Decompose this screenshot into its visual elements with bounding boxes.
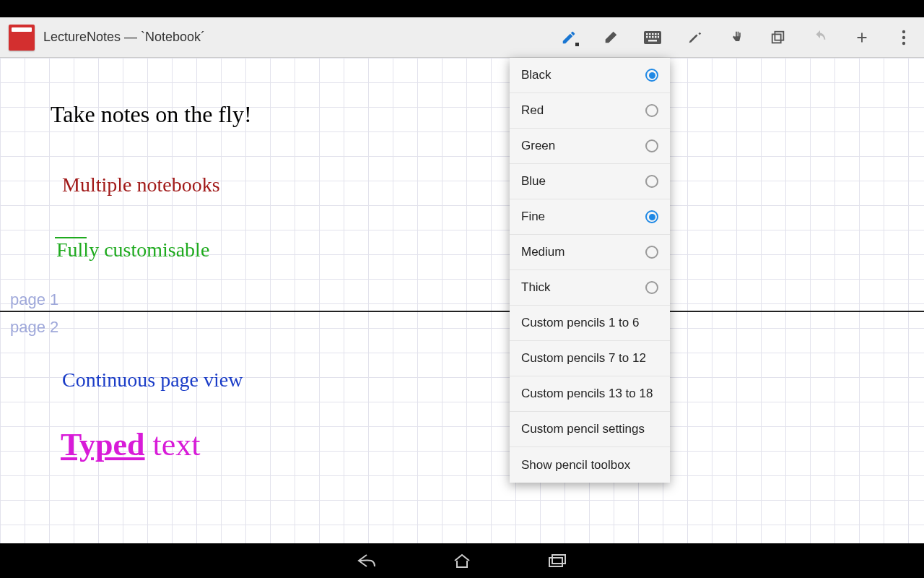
handwritten-line-4: Continuous page view [62,368,243,392]
page-label-1: page 1 [10,290,58,309]
svg-rect-4 [655,33,657,35]
grid-background [0,58,924,543]
typed-rest: text [145,427,201,462]
svg-point-16 [902,41,905,44]
nav-home-icon[interactable] [450,549,474,572]
radio-icon [645,139,658,152]
nav-recent-icon[interactable] [546,549,569,572]
note-canvas[interactable]: Take notes on the fly! Multiple notebook… [0,58,924,543]
svg-point-15 [902,35,905,38]
hand-icon[interactable] [726,27,746,48]
radio-icon [645,246,658,259]
menu-color-black[interactable]: Black [510,58,670,93]
app-title: LectureNotes — `Notebook´ [43,30,559,45]
radio-selected-icon [645,210,658,223]
pencil-menu: Black Red Green Blue Fine Medium Thick C… [510,58,670,483]
svg-rect-18 [552,555,565,564]
nav-bar [0,543,924,578]
svg-rect-12 [775,31,783,40]
handwritten-line-3: Fully customisable [56,238,209,262]
svg-rect-17 [549,558,562,566]
keyboard-icon[interactable] [642,27,663,48]
svg-rect-1 [646,33,648,35]
add-icon[interactable] [852,27,872,48]
menu-custom-7-12[interactable]: Custom pencils 7 to 12 [510,341,670,376]
menu-size-medium[interactable]: Medium [510,235,670,270]
page-divider [0,311,924,312]
menu-show-toolbox[interactable]: Show pencil toolbox [510,447,670,483]
svg-rect-5 [658,33,659,35]
svg-rect-7 [649,36,651,38]
undo-icon[interactable] [810,27,830,48]
radio-icon [645,175,658,188]
pencil-icon[interactable] [559,27,579,48]
svg-rect-13 [772,34,781,43]
overflow-icon[interactable] [894,27,914,48]
action-bar: LectureNotes — `Notebook´ [0,17,924,58]
typed-bold: Typed [61,427,145,462]
radio-icon [645,104,658,117]
svg-point-14 [902,30,905,33]
radio-selected-icon [645,69,658,82]
app-icon[interactable] [9,25,35,51]
nav-back-icon[interactable] [355,549,378,572]
radio-icon [645,281,658,294]
typed-text: Typed text [61,426,201,463]
layers-icon[interactable] [768,27,788,48]
svg-rect-6 [646,36,648,38]
svg-rect-8 [652,36,654,38]
menu-color-green[interactable]: Green [510,129,670,164]
page-label-2: page 2 [10,318,58,337]
menu-size-fine[interactable]: Fine [510,199,670,235]
svg-rect-9 [655,36,657,38]
svg-rect-10 [658,36,659,38]
svg-rect-2 [649,33,651,35]
svg-rect-11 [648,40,657,42]
handwritten-line-1: Take notes on the fly! [51,101,252,128]
eraser-icon[interactable] [601,27,621,48]
menu-color-red[interactable]: Red [510,93,670,129]
menu-size-thick[interactable]: Thick [510,270,670,306]
menu-custom-13-18[interactable]: Custom pencils 13 to 18 [510,376,670,412]
svg-rect-3 [652,33,654,35]
highlighter-icon[interactable] [684,27,705,48]
handwritten-line-2: Multiple notebooks [62,173,220,197]
toolbar-icons [559,27,914,48]
menu-custom-settings[interactable]: Custom pencil settings [510,412,670,447]
menu-color-blue[interactable]: Blue [510,164,670,199]
menu-custom-1-6[interactable]: Custom pencils 1 to 6 [510,306,670,341]
status-bar [0,0,924,17]
